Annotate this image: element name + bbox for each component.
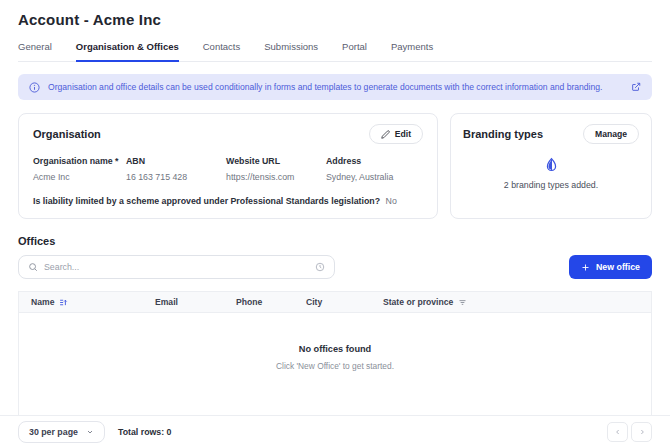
edit-button[interactable]: Edit xyxy=(369,124,423,144)
chevron-right-icon xyxy=(638,428,646,436)
drop-half-icon xyxy=(544,157,559,172)
tab-general[interactable]: General xyxy=(18,41,52,61)
tab-payments[interactable]: Payments xyxy=(391,41,433,61)
caret-down-icon xyxy=(86,428,94,436)
column-header-city[interactable]: City xyxy=(306,297,383,307)
banner-text: Organisation and office details can be u… xyxy=(48,82,623,92)
chevron-left-icon xyxy=(614,428,622,436)
page-size-select[interactable]: 30 per page xyxy=(18,421,105,443)
offices-table-empty-state: No offices found Click 'New Office' to g… xyxy=(19,313,651,415)
tab-submissions[interactable]: Submissions xyxy=(264,41,318,61)
tab-portal[interactable]: Portal xyxy=(342,41,367,61)
column-header-email[interactable]: Email xyxy=(155,297,236,307)
field-value: Acme Inc xyxy=(33,172,126,182)
field-organisation-name: Organisation name * Acme Inc xyxy=(33,156,126,182)
info-banner: Organisation and office details can be u… xyxy=(18,74,652,100)
info-icon xyxy=(29,82,40,93)
tab-bar: General Organisation & Offices Contacts … xyxy=(18,41,652,62)
column-label: City xyxy=(306,297,322,307)
search-icon xyxy=(28,262,38,272)
manage-button-label: Manage xyxy=(595,129,627,139)
filter-icon[interactable] xyxy=(458,298,467,307)
organisation-card: Organisation Edit Organisation name * Ac… xyxy=(18,113,438,219)
tab-contacts[interactable]: Contacts xyxy=(203,41,241,61)
edit-button-label: Edit xyxy=(395,129,411,139)
column-label: Name xyxy=(31,297,54,307)
tab-organisation-offices[interactable]: Organisation & Offices xyxy=(76,41,179,62)
organisation-card-title: Organisation xyxy=(33,128,101,140)
empty-state-title: No offices found xyxy=(299,344,371,354)
liability-answer: No xyxy=(386,196,397,206)
total-rows-label: Total rows: 0 xyxy=(118,427,172,437)
external-link-icon[interactable] xyxy=(631,82,641,92)
offices-section-title: Offices xyxy=(18,235,652,247)
new-office-button[interactable]: New office xyxy=(569,255,652,279)
column-label: Phone xyxy=(236,297,262,307)
field-website-url: Website URL https://tensis.com xyxy=(226,156,326,182)
pencil-icon xyxy=(381,130,390,139)
field-value: 16 163 715 428 xyxy=(126,172,226,182)
column-label: State or province xyxy=(383,297,453,307)
sort-ascending-icon[interactable] xyxy=(59,298,68,307)
manage-button[interactable]: Manage xyxy=(583,124,639,144)
field-label: Organisation name * xyxy=(33,156,126,166)
branding-types-card: Branding types Manage 2 branding types a… xyxy=(450,113,652,219)
previous-page-button[interactable] xyxy=(607,422,628,442)
field-label: ABN xyxy=(126,156,226,166)
cards-row: Organisation Edit Organisation name * Ac… xyxy=(18,113,652,219)
field-value: Sydney, Australia xyxy=(326,172,393,182)
field-abn: ABN 16 163 715 428 xyxy=(126,156,226,182)
pagination xyxy=(607,422,652,442)
office-search[interactable] xyxy=(18,255,335,279)
offices-table-header: Name Email Phone City State or province xyxy=(19,292,651,313)
branding-card-title: Branding types xyxy=(463,128,543,140)
clock-icon[interactable] xyxy=(315,262,325,272)
offices-toolbar: New office xyxy=(18,255,652,279)
field-label: Address xyxy=(326,156,393,166)
plus-icon xyxy=(581,263,590,272)
field-value: https://tensis.com xyxy=(226,172,326,182)
account-page: Account - Acme Inc General Organisation … xyxy=(0,0,670,447)
branding-status-text: 2 branding types added. xyxy=(504,180,598,190)
next-page-button[interactable] xyxy=(631,422,652,442)
page-title: Account - Acme Inc xyxy=(18,11,652,28)
column-header-state[interactable]: State or province xyxy=(383,297,639,307)
liability-question-text: Is liability limited by a scheme approve… xyxy=(33,196,380,206)
column-label: Email xyxy=(155,297,178,307)
new-office-button-label: New office xyxy=(596,262,640,272)
empty-state-subtitle: Click 'New Office' to get started. xyxy=(276,361,394,371)
search-input[interactable] xyxy=(44,262,309,272)
field-address: Address Sydney, Australia xyxy=(326,156,393,182)
column-header-phone[interactable]: Phone xyxy=(236,297,306,307)
page-size-label: 30 per page xyxy=(29,427,78,437)
offices-table: Name Email Phone City State or province xyxy=(18,291,652,415)
field-label: Website URL xyxy=(226,156,326,166)
table-footer: 30 per page Total rows: 0 xyxy=(0,415,670,447)
organisation-fields: Organisation name * Acme Inc ABN 16 163 … xyxy=(33,156,423,182)
column-header-name[interactable]: Name xyxy=(31,297,155,307)
liability-question: Is liability limited by a scheme approve… xyxy=(33,196,423,206)
